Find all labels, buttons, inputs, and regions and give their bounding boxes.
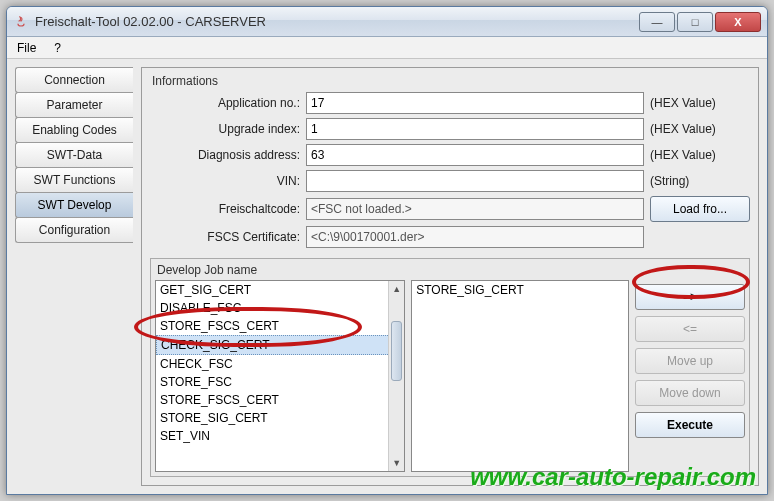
app-no-input[interactable] (306, 92, 644, 114)
cert-label: FSCS Certificate: (150, 230, 300, 244)
app-no-suffix: (HEX Value) (650, 96, 750, 110)
java-icon (13, 14, 29, 30)
move-down-button[interactable]: Move down (635, 380, 745, 406)
list-item[interactable]: CHECK_SIG_CERT (156, 335, 404, 355)
tab-swt-data[interactable]: SWT-Data (15, 142, 133, 168)
diag-input[interactable] (306, 144, 644, 166)
list-item[interactable]: STORE_FSCS_CERT (156, 391, 404, 409)
body-area: Connection Parameter Enabling Codes SWT-… (7, 59, 767, 494)
upgrade-label: Upgrade index: (150, 122, 300, 136)
scrollbar[interactable]: ▲ ▼ (388, 281, 404, 471)
app-window: Freischalt-Tool 02.02.00 - CARSERVER — □… (6, 6, 768, 495)
list-item[interactable]: STORE_SIG_CERT (412, 281, 628, 299)
tab-parameter[interactable]: Parameter (15, 92, 133, 118)
diag-label: Diagnosis address: (150, 148, 300, 162)
develop-heading: Develop Job name (157, 263, 745, 277)
fsc-label: Freischaltcode: (150, 202, 300, 216)
job-button-column: => <= Move up Move down Execute (635, 280, 745, 472)
info-heading: Informations (152, 74, 750, 88)
close-button[interactable]: X (715, 12, 761, 32)
upgrade-input[interactable] (306, 118, 644, 140)
list-item[interactable]: DISABLE_FSC (156, 299, 404, 317)
titlebar[interactable]: Freischalt-Tool 02.02.00 - CARSERVER — □… (7, 7, 767, 37)
scroll-up-icon[interactable]: ▲ (389, 281, 404, 297)
develop-group: Develop Job name GET_SIG_CERTDISABLE_FSC… (150, 258, 750, 477)
info-grid: Application no.: (HEX Value) Upgrade ind… (150, 92, 750, 248)
list-item[interactable]: GET_SIG_CERT (156, 281, 404, 299)
tab-enabling-codes[interactable]: Enabling Codes (15, 117, 133, 143)
menubar: File ? (7, 37, 767, 59)
fsc-value (306, 198, 644, 220)
vin-input[interactable] (306, 170, 644, 192)
move-up-button[interactable]: Move up (635, 348, 745, 374)
scroll-thumb[interactable] (391, 321, 402, 381)
diag-suffix: (HEX Value) (650, 148, 750, 162)
minimize-button[interactable]: — (639, 12, 675, 32)
tab-swt-functions[interactable]: SWT Functions (15, 167, 133, 193)
tab-configuration[interactable]: Configuration (15, 217, 133, 243)
list-item[interactable]: SET_VIN (156, 427, 404, 445)
tabs-column: Connection Parameter Enabling Codes SWT-… (15, 67, 133, 486)
window-buttons: — □ X (639, 12, 761, 32)
maximize-button[interactable]: □ (677, 12, 713, 32)
list-item[interactable]: CHECK_FSC (156, 355, 404, 373)
menu-file[interactable]: File (13, 39, 40, 57)
tab-connection[interactable]: Connection (15, 67, 133, 93)
tab-swt-develop[interactable]: SWT Develop (15, 192, 133, 218)
menu-help[interactable]: ? (50, 39, 65, 57)
window-title: Freischalt-Tool 02.02.00 - CARSERVER (35, 14, 639, 29)
vin-label: VIN: (150, 174, 300, 188)
app-no-label: Application no.: (150, 96, 300, 110)
load-from-button[interactable]: Load fro... (650, 196, 750, 222)
list-item[interactable]: STORE_FSC (156, 373, 404, 391)
cert-value (306, 226, 644, 248)
add-button[interactable]: => (635, 284, 745, 310)
list-item[interactable]: STORE_FSCS_CERT (156, 317, 404, 335)
remove-button[interactable]: <= (635, 316, 745, 342)
job-source-list[interactable]: GET_SIG_CERTDISABLE_FSCSTORE_FSCS_CERTCH… (155, 280, 405, 472)
vin-suffix: (String) (650, 174, 750, 188)
develop-body: GET_SIG_CERTDISABLE_FSCSTORE_FSCS_CERTCH… (155, 280, 745, 472)
upgrade-suffix: (HEX Value) (650, 122, 750, 136)
job-selected-list[interactable]: STORE_SIG_CERT (411, 280, 629, 472)
scroll-down-icon[interactable]: ▼ (389, 455, 404, 471)
list-item[interactable]: STORE_SIG_CERT (156, 409, 404, 427)
execute-button[interactable]: Execute (635, 412, 745, 438)
main-panel: Informations Application no.: (HEX Value… (141, 67, 759, 486)
